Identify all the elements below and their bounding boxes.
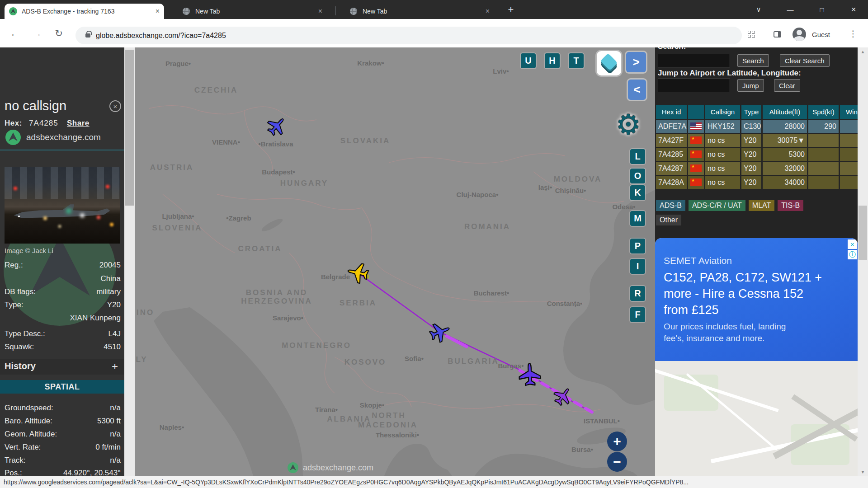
table-row[interactable]: ADFE7A HKY152 C130 28000 290 [656, 120, 858, 133]
filter-mlat[interactable]: MLAT [749, 200, 774, 211]
map-label: MONTENEGRO [282, 341, 351, 350]
map-button-p[interactable]: P [630, 239, 645, 253]
cell-type: Y20 [741, 148, 761, 161]
map-button-h[interactable]: H [545, 53, 560, 68]
back-button[interactable]: ← [7, 25, 23, 42]
filter-adsb[interactable]: ADS-B [656, 200, 685, 211]
aircraft-center[interactable] [428, 319, 453, 344]
search-input[interactable] [658, 54, 730, 67]
filter-other[interactable]: Other [656, 215, 681, 225]
col-header-flag[interactable] [688, 105, 704, 119]
filter-tisb[interactable]: TIS-B [778, 200, 803, 211]
tab-close-icon[interactable]: × [156, 7, 160, 15]
aircraft-istanbul[interactable] [551, 384, 575, 408]
share-link[interactable]: Share [67, 119, 90, 127]
map-button-f[interactable]: F [630, 307, 645, 322]
window-close-button[interactable]: × [843, 0, 864, 19]
side-panel-icon[interactable] [774, 31, 781, 38]
col-header-speed[interactable]: Spd(kt) [808, 105, 839, 119]
search-button[interactable]: Search [737, 54, 769, 67]
map-button-k[interactable]: K [630, 185, 645, 200]
tab-title: New Tab [195, 8, 220, 15]
avatar[interactable] [793, 28, 806, 41]
settings-gear-icon[interactable]: ⚙ [616, 108, 641, 141]
ad-body: fee's, insurance and more. [664, 333, 764, 343]
col-header-callsign[interactable]: Callsign [705, 105, 740, 119]
map-button-m[interactable]: M [630, 211, 645, 226]
map-attribution[interactable]: adsbexchange.com [288, 462, 373, 473]
maximize-button[interactable]: □ [811, 0, 832, 19]
cell-type: Y20 [741, 134, 761, 147]
cell-flag [688, 176, 704, 189]
tab-new-tab-1[interactable]: New Tab × [177, 4, 328, 19]
clear-button[interactable]: Clear [774, 79, 800, 92]
map-button-o[interactable]: O [630, 169, 645, 183]
map-label: CROATIA [238, 244, 282, 253]
scroll-up-icon[interactable]: ▲ [858, 47, 868, 56]
history-title: History [5, 361, 36, 371]
jump-input[interactable] [658, 79, 730, 92]
jump-button[interactable]: Jump [737, 79, 764, 92]
close-panel-icon[interactable]: × [109, 100, 121, 112]
col-header-hex[interactable]: Hex id [656, 105, 687, 119]
col-header-wind[interactable]: Wind [840, 105, 858, 119]
cell-type: Y20 [741, 162, 761, 175]
ad-headline: more - Hire a Cessna 152 [664, 287, 803, 301]
panel-collapse-button[interactable]: < [628, 80, 646, 100]
tab-adsbexchange[interactable]: ADS-B Exchange - tracking 7163 × [5, 4, 164, 19]
aircraft-photo[interactable] [5, 167, 120, 244]
cell-altitude: 5300 [763, 148, 807, 161]
col-header-altitude[interactable]: Altitude(ft) [763, 105, 807, 119]
grid-icon[interactable] [748, 31, 755, 38]
page-scrollbar-thumb[interactable] [859, 206, 867, 260]
table-row[interactable]: 7A427F no cs Y20 30075▼ [656, 134, 858, 147]
table-row-selected[interactable]: 7A4285 no cs Y20 5300 [656, 148, 858, 161]
scroll-down-icon[interactable]: ▼ [858, 468, 868, 476]
sidebar-scrollbar-thumb[interactable] [125, 50, 134, 206]
new-tab-button[interactable]: + [500, 0, 521, 19]
panel-expand-button[interactable]: > [626, 52, 646, 72]
sidebar-scrollbar[interactable] [124, 47, 135, 476]
forward-button[interactable]: → [29, 25, 45, 42]
history-add-icon[interactable]: + [112, 360, 118, 373]
zoom-out-button[interactable]: − [607, 452, 627, 472]
detail-label: Squawk: [5, 343, 34, 352]
zoom-in-button[interactable]: + [607, 432, 627, 451]
url-text[interactable]: globe.adsbexchange.com/?icao=7a4285 [96, 32, 226, 40]
col-header-type[interactable]: Type [741, 105, 761, 119]
map-button-l[interactable]: L [630, 149, 645, 164]
map-label: Odesa• [612, 203, 635, 211]
tab-close-icon[interactable]: × [318, 7, 322, 15]
china-flag-icon [690, 150, 702, 158]
page-scrollbar[interactable]: ▲ ▼ [858, 47, 868, 476]
tab-divider [335, 6, 336, 15]
map-button-i[interactable]: I [630, 259, 645, 274]
reload-button[interactable]: ↻ [51, 25, 67, 42]
minimize-button[interactable]: — [780, 0, 801, 19]
menu-icon[interactable]: ⋮ [845, 25, 861, 42]
table-row[interactable]: 7A4287 no cs Y20 32000 [656, 162, 858, 175]
spatial-section-header[interactable]: SPATIAL [0, 380, 124, 394]
map-label: ROMANIA [464, 222, 510, 231]
advertisement[interactable]: SEMET Aviation C152, PA28, C172, SW121 +… [655, 238, 858, 476]
layers-button[interactable] [597, 51, 621, 75]
hex-row: Hex: 7A4285 Share [5, 119, 90, 128]
tab-new-tab-2[interactable]: New Tab × [344, 4, 495, 19]
map-button-u[interactable]: U [521, 53, 536, 68]
aircraft-bratislava[interactable] [264, 113, 290, 139]
tab-search-icon[interactable]: ∨ [748, 0, 769, 19]
ad-close-icon[interactable]: × [848, 239, 857, 249]
tab-bar: ADS-B Exchange - tracking 7163 × New Tab… [0, 0, 868, 19]
map-label: Chișinău• [555, 187, 586, 194]
tab-close-icon[interactable]: × [486, 7, 490, 15]
map-button-r[interactable]: R [630, 286, 645, 301]
filter-adsc[interactable]: ADS-C/R / UAT [689, 200, 745, 211]
brand-row[interactable]: adsbexchange.com [5, 130, 101, 145]
table-row[interactable]: 7A428A no cs Y20 34000 [656, 176, 858, 189]
clear-search-button[interactable]: Clear Search [780, 54, 830, 67]
map[interactable]: CZECHIASLOVAKIAAUSTRIAHUNGARYMOLDOVAROMA… [135, 47, 655, 476]
url-bar[interactable]: globe.adsbexchange.com/?icao=7a4285 [75, 27, 742, 44]
map-button-t[interactable]: T [569, 53, 584, 68]
detail-value: L4J [108, 329, 121, 338]
adchoices-icon[interactable]: ⓘ [848, 250, 857, 259]
